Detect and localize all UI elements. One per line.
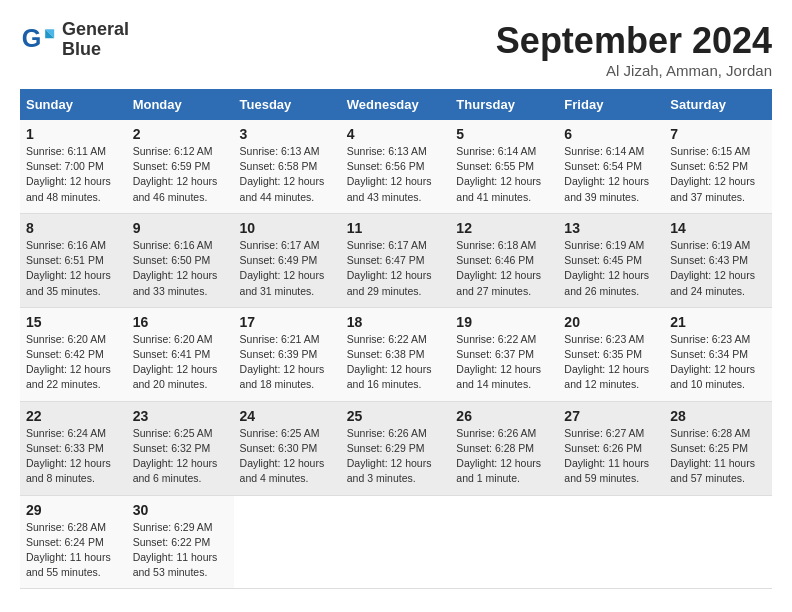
day-number: 25 [347,408,445,424]
day-cell [234,495,341,589]
week-row-3: 15Sunrise: 6:20 AMSunset: 6:42 PMDayligh… [20,307,772,401]
day-number: 1 [26,126,121,142]
day-cell: 26Sunrise: 6:26 AMSunset: 6:28 PMDayligh… [450,401,558,495]
day-number: 11 [347,220,445,236]
day-info: Sunrise: 6:16 AMSunset: 6:51 PMDaylight:… [26,238,121,299]
day-cell: 12Sunrise: 6:18 AMSunset: 6:46 PMDayligh… [450,213,558,307]
week-row-1: 1Sunrise: 6:11 AMSunset: 7:00 PMDaylight… [20,120,772,213]
day-info: Sunrise: 6:13 AMSunset: 6:58 PMDaylight:… [240,144,335,205]
day-cell [664,495,772,589]
day-cell: 11Sunrise: 6:17 AMSunset: 6:47 PMDayligh… [341,213,451,307]
day-info: Sunrise: 6:23 AMSunset: 6:35 PMDaylight:… [564,332,658,393]
day-info: Sunrise: 6:12 AMSunset: 6:59 PMDaylight:… [133,144,228,205]
day-cell: 21Sunrise: 6:23 AMSunset: 6:34 PMDayligh… [664,307,772,401]
day-cell: 10Sunrise: 6:17 AMSunset: 6:49 PMDayligh… [234,213,341,307]
day-info: Sunrise: 6:13 AMSunset: 6:56 PMDaylight:… [347,144,445,205]
weekday-header-tuesday: Tuesday [234,89,341,120]
day-cell: 30Sunrise: 6:29 AMSunset: 6:22 PMDayligh… [127,495,234,589]
day-info: Sunrise: 6:16 AMSunset: 6:50 PMDaylight:… [133,238,228,299]
day-number: 15 [26,314,121,330]
week-row-2: 8Sunrise: 6:16 AMSunset: 6:51 PMDaylight… [20,213,772,307]
month-title: September 2024 [496,20,772,62]
location: Al Jizah, Amman, Jordan [496,62,772,79]
day-number: 18 [347,314,445,330]
svg-text:G: G [22,24,42,52]
day-cell: 17Sunrise: 6:21 AMSunset: 6:39 PMDayligh… [234,307,341,401]
day-number: 3 [240,126,335,142]
day-cell: 9Sunrise: 6:16 AMSunset: 6:50 PMDaylight… [127,213,234,307]
day-info: Sunrise: 6:20 AMSunset: 6:41 PMDaylight:… [133,332,228,393]
weekday-header-monday: Monday [127,89,234,120]
day-cell: 27Sunrise: 6:27 AMSunset: 6:26 PMDayligh… [558,401,664,495]
day-cell: 19Sunrise: 6:22 AMSunset: 6:37 PMDayligh… [450,307,558,401]
day-cell: 18Sunrise: 6:22 AMSunset: 6:38 PMDayligh… [341,307,451,401]
page-header: G General Blue September 2024 Al Jizah, … [20,20,772,79]
day-cell: 24Sunrise: 6:25 AMSunset: 6:30 PMDayligh… [234,401,341,495]
day-number: 7 [670,126,766,142]
day-number: 9 [133,220,228,236]
day-number: 10 [240,220,335,236]
day-cell: 2Sunrise: 6:12 AMSunset: 6:59 PMDaylight… [127,120,234,213]
day-info: Sunrise: 6:11 AMSunset: 7:00 PMDaylight:… [26,144,121,205]
day-cell [558,495,664,589]
weekday-header-saturday: Saturday [664,89,772,120]
day-info: Sunrise: 6:25 AMSunset: 6:30 PMDaylight:… [240,426,335,487]
weekday-header-wednesday: Wednesday [341,89,451,120]
day-cell: 4Sunrise: 6:13 AMSunset: 6:56 PMDaylight… [341,120,451,213]
day-cell: 1Sunrise: 6:11 AMSunset: 7:00 PMDaylight… [20,120,127,213]
day-number: 17 [240,314,335,330]
day-number: 12 [456,220,552,236]
week-row-4: 22Sunrise: 6:24 AMSunset: 6:33 PMDayligh… [20,401,772,495]
day-info: Sunrise: 6:26 AMSunset: 6:28 PMDaylight:… [456,426,552,487]
week-row-5: 29Sunrise: 6:28 AMSunset: 6:24 PMDayligh… [20,495,772,589]
logo-icon: G [20,22,56,58]
day-number: 21 [670,314,766,330]
day-info: Sunrise: 6:23 AMSunset: 6:34 PMDaylight:… [670,332,766,393]
day-info: Sunrise: 6:20 AMSunset: 6:42 PMDaylight:… [26,332,121,393]
day-info: Sunrise: 6:28 AMSunset: 6:25 PMDaylight:… [670,426,766,487]
day-cell [450,495,558,589]
day-info: Sunrise: 6:17 AMSunset: 6:49 PMDaylight:… [240,238,335,299]
day-cell: 28Sunrise: 6:28 AMSunset: 6:25 PMDayligh… [664,401,772,495]
day-cell: 7Sunrise: 6:15 AMSunset: 6:52 PMDaylight… [664,120,772,213]
day-info: Sunrise: 6:15 AMSunset: 6:52 PMDaylight:… [670,144,766,205]
day-number: 23 [133,408,228,424]
day-number: 5 [456,126,552,142]
day-number: 29 [26,502,121,518]
day-cell: 6Sunrise: 6:14 AMSunset: 6:54 PMDaylight… [558,120,664,213]
day-cell: 16Sunrise: 6:20 AMSunset: 6:41 PMDayligh… [127,307,234,401]
day-info: Sunrise: 6:24 AMSunset: 6:33 PMDaylight:… [26,426,121,487]
day-info: Sunrise: 6:14 AMSunset: 6:54 PMDaylight:… [564,144,658,205]
day-cell: 22Sunrise: 6:24 AMSunset: 6:33 PMDayligh… [20,401,127,495]
day-number: 22 [26,408,121,424]
day-info: Sunrise: 6:19 AMSunset: 6:45 PMDaylight:… [564,238,658,299]
day-cell: 3Sunrise: 6:13 AMSunset: 6:58 PMDaylight… [234,120,341,213]
calendar-table: SundayMondayTuesdayWednesdayThursdayFrid… [20,89,772,589]
day-info: Sunrise: 6:22 AMSunset: 6:38 PMDaylight:… [347,332,445,393]
day-cell: 15Sunrise: 6:20 AMSunset: 6:42 PMDayligh… [20,307,127,401]
day-number: 28 [670,408,766,424]
day-info: Sunrise: 6:18 AMSunset: 6:46 PMDaylight:… [456,238,552,299]
day-number: 24 [240,408,335,424]
day-number: 13 [564,220,658,236]
day-info: Sunrise: 6:22 AMSunset: 6:37 PMDaylight:… [456,332,552,393]
weekday-header-row: SundayMondayTuesdayWednesdayThursdayFrid… [20,89,772,120]
title-area: September 2024 Al Jizah, Amman, Jordan [496,20,772,79]
day-info: Sunrise: 6:26 AMSunset: 6:29 PMDaylight:… [347,426,445,487]
day-cell: 25Sunrise: 6:26 AMSunset: 6:29 PMDayligh… [341,401,451,495]
day-number: 27 [564,408,658,424]
day-number: 8 [26,220,121,236]
day-cell: 29Sunrise: 6:28 AMSunset: 6:24 PMDayligh… [20,495,127,589]
day-info: Sunrise: 6:19 AMSunset: 6:43 PMDaylight:… [670,238,766,299]
logo-text: General Blue [62,20,129,60]
day-number: 19 [456,314,552,330]
day-number: 6 [564,126,658,142]
day-cell: 5Sunrise: 6:14 AMSunset: 6:55 PMDaylight… [450,120,558,213]
day-cell: 23Sunrise: 6:25 AMSunset: 6:32 PMDayligh… [127,401,234,495]
day-cell: 14Sunrise: 6:19 AMSunset: 6:43 PMDayligh… [664,213,772,307]
day-cell [341,495,451,589]
day-number: 2 [133,126,228,142]
day-number: 20 [564,314,658,330]
weekday-header-sunday: Sunday [20,89,127,120]
day-info: Sunrise: 6:28 AMSunset: 6:24 PMDaylight:… [26,520,121,581]
